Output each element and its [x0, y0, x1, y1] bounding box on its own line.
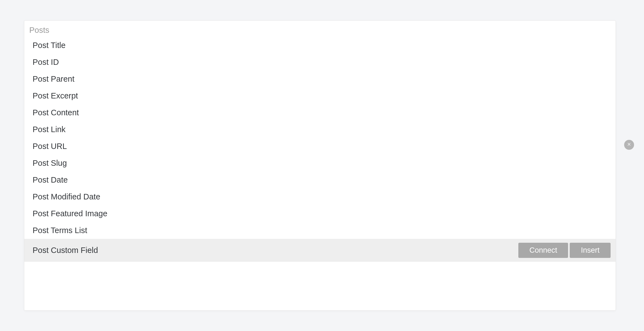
- option-label: Post Custom Field: [33, 246, 518, 255]
- option-actions: ConnectInsert: [518, 243, 611, 258]
- group-header: Posts: [24, 21, 616, 37]
- option-item[interactable]: Post Modified Date: [24, 188, 616, 205]
- option-item[interactable]: Post Parent: [24, 71, 616, 87]
- option-label: Post Content: [33, 108, 611, 117]
- option-label: Post Modified Date: [33, 192, 611, 201]
- option-label: Post Excerpt: [33, 91, 611, 100]
- option-item[interactable]: Post Content: [24, 104, 616, 121]
- close-button[interactable]: [624, 140, 634, 150]
- option-label: Post Link: [33, 125, 611, 134]
- option-label: Post Date: [33, 175, 611, 185]
- insert-button[interactable]: Insert: [570, 243, 611, 258]
- option-item[interactable]: Post Terms List: [24, 222, 616, 239]
- option-item[interactable]: Post Title: [24, 37, 616, 54]
- option-item[interactable]: Post ID: [24, 54, 616, 71]
- options-list: Post TitlePost IDPost ParentPost Excerpt…: [24, 37, 616, 262]
- options-panel: Posts Post TitlePost IDPost ParentPost E…: [24, 20, 616, 311]
- option-label: Post Slug: [33, 159, 611, 168]
- option-item[interactable]: Post URL: [24, 138, 616, 155]
- option-item[interactable]: Post Slug: [24, 155, 616, 172]
- option-item[interactable]: Post Featured Image: [24, 205, 616, 222]
- connect-button[interactable]: Connect: [518, 243, 568, 258]
- close-icon: [627, 142, 632, 148]
- options-scroll-area[interactable]: Posts Post TitlePost IDPost ParentPost E…: [24, 21, 616, 310]
- option-item[interactable]: Post Link: [24, 121, 616, 138]
- option-item[interactable]: Post Custom FieldConnectInsert: [24, 239, 616, 262]
- option-label: Post Parent: [33, 74, 611, 84]
- option-label: Post URL: [33, 142, 611, 151]
- option-label: Post Featured Image: [33, 209, 611, 218]
- option-item[interactable]: Post Excerpt: [24, 87, 616, 104]
- option-label: Post Terms List: [33, 226, 611, 235]
- option-item[interactable]: Post Date: [24, 172, 616, 188]
- option-label: Post ID: [33, 58, 611, 67]
- option-label: Post Title: [33, 41, 611, 50]
